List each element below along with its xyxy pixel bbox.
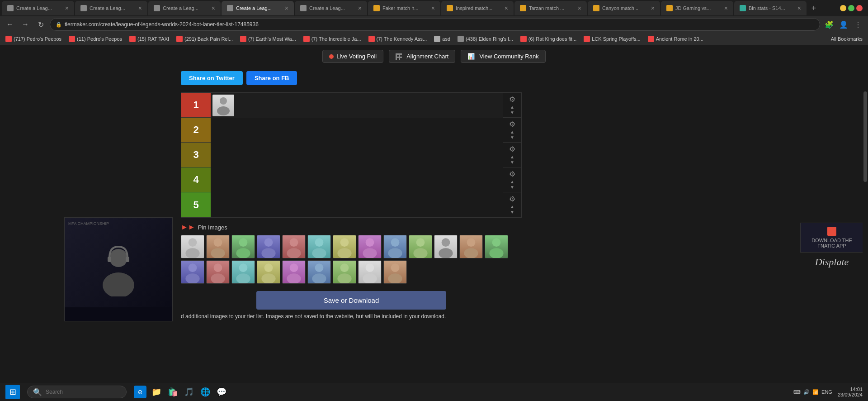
player-thumb-19[interactable] [307, 260, 331, 284]
save-download-button[interactable]: Save or Download [256, 291, 446, 310]
tab-close[interactable]: × [578, 5, 581, 12]
alignment-chart-button[interactable]: Alignment Chart [389, 50, 455, 63]
forward-button[interactable]: → [19, 18, 32, 31]
share-fb-button[interactable]: Share on FB [246, 71, 297, 85]
tab-2[interactable]: Create a Leag... × [75, 1, 147, 15]
taskbar-search-input[interactable] [46, 389, 121, 395]
tab-close[interactable]: × [358, 5, 362, 12]
taskbar-chrome-icon[interactable]: 🌐 [199, 386, 212, 398]
taskbar-discord-icon[interactable]: 💬 [215, 386, 228, 398]
player-thumb-22[interactable] [383, 260, 407, 284]
tab-4-active[interactable]: Create a Leag... × [222, 1, 294, 15]
bookmark-incredible[interactable]: (7) The Incredible Ja... [302, 35, 363, 43]
taskbar-store-icon[interactable]: 🛍️ [166, 386, 179, 398]
player-thumb-14[interactable] [181, 260, 204, 284]
bookmark-asd[interactable]: asd [432, 35, 452, 43]
arrow-up-5[interactable]: ▲ [510, 204, 514, 210]
new-tab-button[interactable]: + [807, 2, 820, 14]
tier-content-2[interactable] [211, 118, 503, 143]
bookmark-backpain[interactable]: (291) Back Pain Rel... [175, 35, 235, 43]
tab-close[interactable]: × [724, 5, 728, 12]
taskbar-files-icon[interactable]: 📁 [150, 386, 163, 398]
maximize-button[interactable] [848, 5, 854, 11]
player-thumb-10[interactable] [409, 235, 432, 258]
tab-11[interactable]: Bin stats - S14... × [734, 1, 807, 15]
settings-icon-5[interactable]: ⚙ [509, 195, 515, 203]
bookmark-elden[interactable]: (438) Elden Ring's l... [456, 35, 515, 43]
close-button[interactable] [856, 5, 863, 11]
player-thumb-13[interactable] [485, 235, 508, 258]
settings-icon-4[interactable]: ⚙ [509, 170, 515, 178]
menu-button[interactable]: ⋮ [852, 18, 864, 31]
share-twitter-button[interactable]: Share on Twitter [181, 71, 243, 85]
tier-content-5[interactable] [211, 192, 503, 217]
player-thumb-20[interactable] [333, 260, 356, 284]
bookmark-kennedy[interactable]: (7) The Kennedy Ass... [367, 35, 429, 43]
minimize-button[interactable] [840, 5, 846, 11]
player-thumb-6[interactable] [307, 235, 331, 258]
arrow-down-2[interactable]: ▼ [510, 135, 514, 140]
player-thumb-8[interactable] [358, 235, 382, 258]
player-thumb-1[interactable] [181, 235, 204, 258]
arrow-down-4[interactable]: ▼ [510, 185, 514, 190]
fanatic-ad[interactable]: DOWNLOAD THE FNATIC APP [800, 223, 863, 253]
bookmark-peepos1[interactable]: (717) Pedro's Peepos [4, 35, 63, 43]
live-voting-button[interactable]: Live Voting Poll [322, 50, 383, 63]
taskbar-search-box[interactable]: 🔍 [27, 386, 127, 398]
scrollbar-thumb[interactable] [863, 91, 867, 182]
player-thumb-11[interactable] [434, 235, 458, 258]
player-thumb-4[interactable] [257, 235, 280, 258]
settings-icon-2[interactable]: ⚙ [509, 120, 515, 129]
tab-close[interactable]: × [797, 5, 801, 12]
player-thumb-9[interactable] [383, 235, 407, 258]
tab-3[interactable]: Create a Leag... × [148, 1, 221, 15]
page-scrollbar[interactable] [863, 91, 868, 401]
arrow-up-1[interactable]: ▲ [510, 105, 514, 110]
player-thumb-17[interactable] [257, 260, 280, 284]
tab-close[interactable]: × [651, 5, 655, 12]
arrow-up-4[interactable]: ▲ [510, 179, 514, 185]
refresh-button[interactable]: ↻ [34, 18, 47, 31]
start-button[interactable]: ⊞ [5, 385, 20, 399]
tier-content-1[interactable] [211, 93, 503, 118]
tab-10[interactable]: JD Gaming vs... × [661, 1, 733, 15]
player-thumb-2[interactable] [206, 235, 230, 258]
address-bar[interactable]: 🔒 tiermaker.com/create/league-of-legends… [50, 18, 820, 31]
arrow-down-3[interactable]: ▼ [510, 160, 514, 165]
tab-close[interactable]: × [138, 5, 142, 12]
player-thumb-3[interactable] [231, 235, 255, 258]
player-thumb-21[interactable] [358, 260, 382, 284]
tab-close[interactable]: × [505, 5, 508, 12]
player-thumb-12[interactable] [459, 235, 483, 258]
arrow-down-5[interactable]: ▼ [510, 210, 514, 215]
settings-icon-3[interactable]: ⚙ [509, 145, 515, 153]
tab-close[interactable]: × [431, 5, 435, 12]
bookmark-rattaxi[interactable]: (15) RAT TAXI [127, 35, 171, 43]
profile-button[interactable]: 👤 [837, 18, 850, 31]
player-thumb-18[interactable] [282, 260, 306, 284]
arrow-up-3[interactable]: ▲ [510, 154, 514, 160]
bookmark-peepos2[interactable]: (11) Pedro's Peepos [67, 35, 124, 43]
player-thumb-16[interactable] [231, 260, 255, 284]
taskbar-spotify-icon[interactable]: 🎵 [183, 386, 195, 398]
community-rank-button[interactable]: 📊 View Community Rank [461, 50, 545, 63]
player-thumb-5[interactable] [282, 235, 306, 258]
tab-close[interactable]: × [65, 5, 69, 12]
back-button[interactable]: ← [4, 18, 16, 31]
tier-content-4[interactable] [211, 167, 503, 192]
tab-close[interactable]: × [285, 5, 288, 12]
extensions-button[interactable]: 🧩 [823, 18, 835, 31]
arrow-up-2[interactable]: ▲ [510, 129, 514, 135]
displate-ad[interactable]: Displate [815, 256, 849, 268]
bookmark-all[interactable]: All Bookmarks [829, 35, 864, 43]
player-thumb-7[interactable] [333, 235, 356, 258]
tab-7[interactable]: Inspired match... × [441, 1, 514, 15]
player-thumb-15[interactable] [206, 260, 230, 284]
tab-close[interactable]: × [212, 5, 215, 12]
tab-1[interactable]: Create a Leag... × [2, 1, 74, 15]
settings-icon-1[interactable]: ⚙ [509, 95, 515, 104]
bookmark-ratking[interactable]: (6) Rat King does fit... [519, 35, 578, 43]
bookmark-lck[interactable]: LCK Spring Playoffs... [582, 35, 642, 43]
tab-6[interactable]: Faker match h... × [368, 1, 440, 15]
bookmark-rome[interactable]: Ancient Rome in 20... [646, 35, 705, 43]
